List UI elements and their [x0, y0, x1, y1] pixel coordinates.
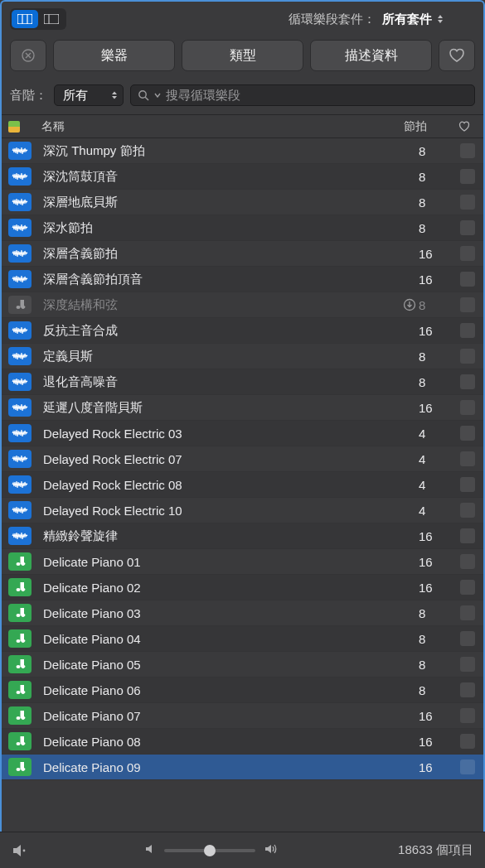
loop-row[interactable]: Delicate Piano 038	[2, 600, 483, 626]
column-favorite[interactable]	[453, 121, 475, 132]
favorite-checkbox[interactable]	[460, 220, 475, 235]
favorite-checkbox[interactable]	[460, 272, 475, 287]
heart-icon	[458, 121, 470, 132]
loop-name: Delicate Piano 07	[43, 709, 400, 723]
volume-knob[interactable]	[204, 845, 216, 856]
loop-beats: 16	[419, 735, 460, 749]
loop-row[interactable]: 延遲八度音階貝斯16	[2, 395, 483, 421]
loop-beats: 4	[419, 452, 460, 466]
loop-row[interactable]: 深水節拍8	[2, 215, 483, 241]
favorite-checkbox[interactable]	[460, 734, 475, 749]
scale-value: 所有	[63, 88, 88, 104]
loop-beats: 8	[419, 195, 460, 210]
loop-type-icon	[8, 193, 32, 211]
favorite-checkbox[interactable]	[460, 477, 475, 492]
loop-beats: 8	[419, 170, 460, 184]
loop-type-icon	[8, 167, 32, 186]
loop-row[interactable]: Delayed Rock Electric 034	[2, 421, 483, 446]
preview-speaker-button[interactable]	[12, 844, 28, 857]
search-placeholder: 搜尋循環樂段	[166, 88, 240, 104]
loop-row[interactable]: Delicate Piano 048	[2, 626, 483, 652]
loop-row[interactable]: 退化音高噪音8	[2, 369, 483, 395]
favorite-checkbox[interactable]	[460, 657, 475, 672]
loop-row[interactable]: Delicate Piano 068	[2, 678, 483, 703]
favorite-checkbox[interactable]	[460, 708, 475, 723]
search-input[interactable]: 搜尋循環樂段	[130, 84, 475, 106]
loop-row[interactable]: Delicate Piano 0916	[2, 755, 483, 780]
scale-select[interactable]: 所有	[54, 84, 124, 106]
favorite-checkbox[interactable]	[460, 426, 475, 441]
loop-row[interactable]: Delayed Rock Electric 084	[2, 472, 483, 498]
loop-name: Delayed Rock Electric 10	[43, 504, 400, 518]
favorite-checkbox[interactable]	[460, 374, 475, 389]
loop-beats: 16	[419, 324, 460, 338]
loop-type-icon	[8, 321, 32, 340]
favorite-checkbox[interactable]	[460, 580, 475, 595]
filter-favorites-button[interactable]	[439, 40, 475, 71]
clear-filters-button[interactable]	[10, 40, 46, 71]
favorite-checkbox[interactable]	[460, 400, 475, 415]
loop-type-icon	[8, 296, 32, 314]
favorite-checkbox[interactable]	[460, 349, 475, 364]
loop-pack-select[interactable]: 所有套件	[382, 12, 444, 27]
favorite-checkbox[interactable]	[460, 451, 475, 466]
filter-instruments-button[interactable]: 樂器	[53, 40, 175, 71]
favorite-checkbox[interactable]	[460, 760, 475, 774]
loop-type-icon	[8, 219, 32, 237]
download-icon[interactable]	[400, 298, 419, 311]
loop-row[interactable]: 深沉 Thumpy 節拍8	[2, 138, 483, 164]
loop-name: 深度結構和弦	[43, 297, 400, 313]
favorite-checkbox[interactable]	[460, 528, 475, 543]
favorite-checkbox[interactable]	[460, 682, 475, 697]
loop-row[interactable]: 反抗主音合成16	[2, 318, 483, 344]
volume-slider[interactable]	[164, 849, 255, 852]
filter-types-button[interactable]: 類型	[182, 40, 303, 71]
loop-row[interactable]: Delicate Piano 0716	[2, 703, 483, 729]
loop-name: Delicate Piano 01	[43, 555, 400, 569]
loop-beats: 16	[419, 760, 460, 774]
loop-row[interactable]: 深層含義節拍16	[2, 241, 483, 267]
svg-line-7	[145, 97, 148, 100]
loop-row[interactable]: 精緻鈴聲旋律16	[2, 523, 483, 549]
loop-beats: 8	[419, 632, 460, 646]
loop-name: 延遲八度音階貝斯	[43, 400, 400, 416]
favorite-checkbox[interactable]	[460, 195, 475, 210]
column-beats[interactable]: 節拍	[404, 119, 453, 134]
item-count: 18633 個項目	[398, 842, 473, 858]
column-name[interactable]: 名稱	[36, 119, 404, 134]
loop-row[interactable]: 深沈筒鼓頂音8	[2, 164, 483, 190]
loop-row[interactable]: 深度結構和弦8	[2, 292, 483, 318]
loop-name: Delayed Rock Electric 07	[43, 452, 400, 466]
favorite-checkbox[interactable]	[460, 631, 475, 646]
loop-row[interactable]: Delicate Piano 0216	[2, 575, 483, 600]
loop-row[interactable]: Delicate Piano 058	[2, 652, 483, 678]
favorite-checkbox[interactable]	[460, 143, 475, 158]
favorite-checkbox[interactable]	[460, 605, 475, 620]
loop-row[interactable]: 深層含義節拍頂音16	[2, 267, 483, 292]
loop-row[interactable]: Delicate Piano 0816	[2, 729, 483, 755]
loop-row[interactable]: Delayed Rock Electric 104	[2, 498, 483, 523]
favorite-checkbox[interactable]	[460, 323, 475, 338]
view-mode-toggle[interactable]	[10, 8, 66, 30]
filter-descriptors-button[interactable]: 描述資料	[310, 40, 432, 71]
column-view-button[interactable]	[38, 10, 65, 28]
loop-type-icon	[8, 424, 32, 442]
loop-row[interactable]: Delayed Rock Electric 074	[2, 446, 483, 472]
loop-type-icon	[8, 655, 32, 673]
loop-list[interactable]: 深沉 Thumpy 節拍8深沈筒鼓頂音8深層地底貝斯8深水節拍8深層含義節拍16…	[2, 138, 483, 780]
loop-name: Delicate Piano 05	[43, 658, 400, 672]
favorite-checkbox[interactable]	[460, 246, 475, 261]
loop-name: 反抗主音合成	[43, 323, 400, 339]
loop-row[interactable]: 定義貝斯8	[2, 344, 483, 369]
favorite-checkbox[interactable]	[460, 169, 475, 184]
favorite-checkbox[interactable]	[460, 503, 475, 518]
favorite-checkbox[interactable]	[460, 297, 475, 312]
loop-row[interactable]: Delicate Piano 0116	[2, 549, 483, 575]
column-type[interactable]	[8, 121, 36, 133]
loop-type-icon	[8, 270, 32, 288]
loop-beats: 8	[419, 144, 460, 158]
loop-row[interactable]: 深層地底貝斯8	[2, 190, 483, 215]
grid-view-button[interactable]	[12, 10, 38, 28]
favorite-checkbox[interactable]	[460, 554, 475, 569]
chevron-updown-icon	[111, 91, 118, 99]
